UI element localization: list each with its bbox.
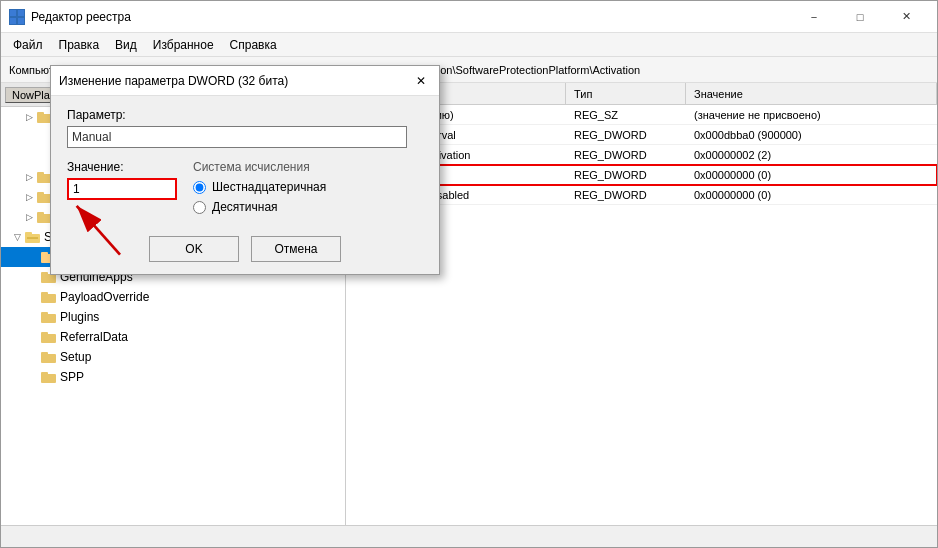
cell-value: 0x000dbba0 (900000) [686, 129, 937, 141]
svg-rect-1 [18, 10, 24, 16]
tree-item-setup[interactable]: ▷ Setup [1, 347, 345, 367]
dialog-left: Значение: [67, 160, 177, 200]
col-header-type: Тип [566, 83, 686, 104]
expand-icon: ▷ [21, 109, 37, 125]
dialog-title: Изменение параметра DWORD (32 бита) [59, 74, 411, 88]
cell-type: REG_DWORD [566, 149, 686, 161]
expand-icon: ▷ [21, 169, 37, 185]
menu-file[interactable]: Файл [5, 35, 51, 55]
svg-rect-20 [41, 252, 48, 256]
dialog-row: Значение: Система исчисления Шестнадцате… [67, 160, 423, 220]
tree-item-referraldata[interactable]: ▷ ReferralData [1, 327, 345, 347]
radio-dec[interactable] [193, 201, 206, 214]
dword-dialog: Изменение параметра DWORD (32 бита) ✕ Па… [50, 65, 440, 275]
svg-rect-22 [41, 272, 48, 276]
tree-item-spp-sub[interactable]: ▷ SPP [1, 367, 345, 387]
dialog-title-bar: Изменение параметра DWORD (32 бита) ✕ [51, 66, 439, 96]
expand-icon: ▷ [21, 189, 37, 205]
folder-icon [41, 310, 57, 324]
cell-value: 0x00000000 (0) [686, 169, 937, 181]
menu-bar: Файл Правка Вид Избранное Справка [1, 33, 937, 57]
menu-edit[interactable]: Правка [51, 35, 108, 55]
svg-rect-2 [10, 18, 16, 24]
app-icon [9, 9, 25, 25]
svg-rect-15 [37, 212, 44, 216]
cancel-button[interactable]: Отмена [251, 236, 341, 262]
dialog-close-button[interactable]: ✕ [411, 71, 431, 91]
radio-hex-item: Шестнадцатеричная [193, 180, 423, 194]
tree-item-payloadoverride[interactable]: ▷ PayloadOverride [1, 287, 345, 307]
svg-rect-26 [41, 312, 48, 316]
tree-item-label: Setup [60, 350, 91, 364]
svg-rect-11 [37, 172, 44, 176]
cell-value: (значение не присвоено) [686, 109, 937, 121]
cell-type: REG_DWORD [566, 129, 686, 141]
close-button[interactable]: ✕ [883, 1, 929, 33]
svg-rect-0 [10, 10, 16, 16]
folder-icon [41, 330, 57, 344]
svg-rect-24 [41, 292, 48, 296]
numbase-label: Система исчисления [193, 160, 423, 174]
title-bar: Редактор реестра − □ ✕ [1, 1, 937, 33]
svg-rect-30 [41, 352, 48, 356]
radio-dec-label: Десятичная [212, 200, 278, 214]
svg-rect-32 [41, 372, 48, 376]
value-label: Значение: [67, 160, 177, 174]
expand-icon: ▽ [9, 229, 25, 245]
cell-value: 0x00000000 (0) [686, 189, 937, 201]
cell-value: 0x00000002 (2) [686, 149, 937, 161]
radio-dec-item: Десятичная [193, 200, 423, 214]
status-bar [1, 525, 937, 547]
dialog-buttons: OK Отмена [67, 236, 423, 262]
folder-icon-open [25, 230, 41, 244]
svg-rect-3 [18, 18, 24, 24]
col-header-value: Значение [686, 83, 937, 104]
folder-icon [41, 370, 57, 384]
ok-button[interactable]: OK [149, 236, 239, 262]
dialog-right: Система исчисления Шестнадцатеричная Дес… [193, 160, 423, 220]
tree-item-label: Plugins [60, 310, 99, 324]
minimize-button[interactable]: − [791, 1, 837, 33]
folder-icon [41, 350, 57, 364]
svg-rect-5 [37, 112, 44, 116]
folder-icon [41, 290, 57, 304]
tree-item-label: ReferralData [60, 330, 128, 344]
cell-type: REG_DWORD [566, 189, 686, 201]
svg-rect-17 [25, 232, 32, 236]
svg-rect-13 [37, 192, 44, 196]
value-input[interactable] [67, 178, 177, 200]
param-label: Параметр: [67, 108, 423, 122]
menu-view[interactable]: Вид [107, 35, 145, 55]
radio-hex[interactable] [193, 181, 206, 194]
cell-type: REG_DWORD [566, 169, 686, 181]
radio-hex-label: Шестнадцатеричная [212, 180, 326, 194]
menu-favorites[interactable]: Избранное [145, 35, 222, 55]
dialog-body: Параметр: Значение: Система исчисления Ш… [51, 96, 439, 274]
tree-item-plugins[interactable]: ▷ Plugins [1, 307, 345, 327]
window-controls: − □ ✕ [791, 1, 929, 33]
window-title: Редактор реестра [31, 10, 791, 24]
param-input[interactable] [67, 126, 407, 148]
cell-type: REG_SZ [566, 109, 686, 121]
maximize-button[interactable]: □ [837, 1, 883, 33]
expand-icon: ▷ [21, 209, 37, 225]
tree-item-label: PayloadOverride [60, 290, 149, 304]
menu-help[interactable]: Справка [222, 35, 285, 55]
tree-item-label: SPP [60, 370, 84, 384]
svg-rect-28 [41, 332, 48, 336]
